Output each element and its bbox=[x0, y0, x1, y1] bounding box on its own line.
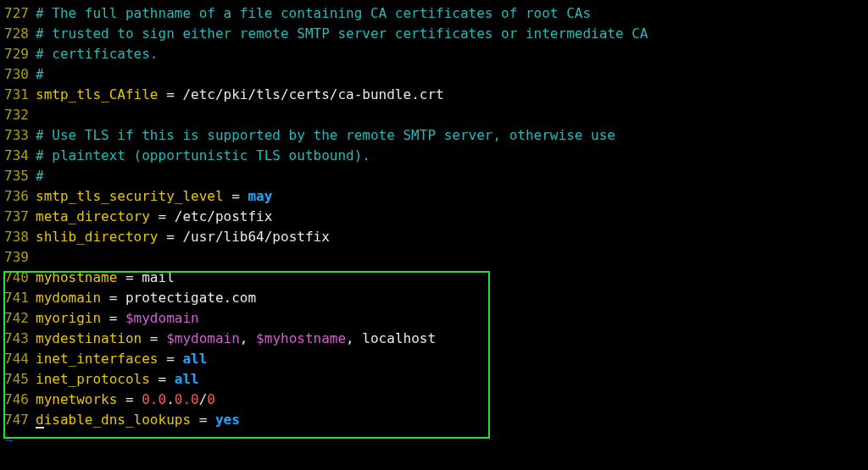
token: meta_directory bbox=[36, 208, 150, 224]
line-content[interactable]: # plaintext (opportunistic TLS outbound)… bbox=[36, 146, 868, 166]
code-line[interactable]: 731smtp_tls_CAfile = /etc/pki/tls/certs/… bbox=[0, 85, 868, 105]
line-number: 739 bbox=[0, 247, 36, 268]
line-content[interactable]: # The full pathname of a file containing… bbox=[36, 3, 868, 24]
code-line[interactable]: 736smtp_tls_security_level = may bbox=[0, 186, 868, 207]
token: = bbox=[191, 412, 215, 428]
line-number: 744 bbox=[0, 349, 36, 369]
token: shlib_directory bbox=[36, 229, 159, 245]
token: / bbox=[199, 391, 208, 407]
token: = bbox=[159, 351, 183, 367]
code-line[interactable]: 728# trusted to sign either remote SMTP … bbox=[0, 24, 868, 44]
token: inet_interfaces bbox=[36, 351, 159, 367]
token: = bbox=[142, 330, 166, 346]
token: /etc/postfix bbox=[175, 208, 273, 224]
line-number: 747 bbox=[0, 410, 36, 430]
code-line[interactable]: 730# bbox=[0, 64, 868, 85]
token: myhostname bbox=[36, 269, 117, 285]
code-line[interactable]: 743mydestination = $mydomain, $myhostnam… bbox=[0, 329, 868, 349]
line-number: 745 bbox=[0, 369, 36, 390]
token: protectigate.com bbox=[125, 290, 256, 306]
line-number: 737 bbox=[0, 207, 36, 227]
code-line[interactable]: 737meta_directory = /etc/postfix bbox=[0, 207, 868, 227]
code-line[interactable]: 744inet_interfaces = all bbox=[0, 349, 868, 369]
line-number: 729 bbox=[0, 44, 36, 64]
code-line[interactable]: 740myhostname = mail bbox=[0, 268, 868, 288]
code-line[interactable]: 747disable_dns_lookups = yes bbox=[0, 410, 868, 430]
line-content[interactable]: mynetworks = 0.0.0.0/0 bbox=[36, 390, 868, 410]
code-line[interactable]: 746mynetworks = 0.0.0.0/0 bbox=[0, 390, 868, 410]
line-number: 732 bbox=[0, 105, 36, 125]
token: yes bbox=[215, 412, 240, 428]
token: $mydomain bbox=[166, 330, 240, 346]
token: , localhost bbox=[346, 330, 436, 346]
token: /etc/pki/tls/certs/ca-bundle.crt bbox=[182, 86, 443, 102]
line-content[interactable]: # trusted to sign either remote SMTP ser… bbox=[36, 24, 868, 44]
line-number: 731 bbox=[0, 85, 36, 105]
token: # certificates. bbox=[36, 46, 159, 62]
token: $mydomain bbox=[125, 310, 199, 326]
token: all bbox=[175, 371, 199, 387]
code-line[interactable]: 732 bbox=[0, 105, 868, 125]
line-number: 733 bbox=[0, 125, 36, 146]
line-number: 740 bbox=[0, 268, 36, 288]
code-line[interactable]: 734# plaintext (opportunistic TLS outbou… bbox=[0, 146, 868, 166]
code-line[interactable]: 738shlib_directory = /usr/lib64/postfix bbox=[0, 227, 868, 247]
token: # The full pathname of a file containing… bbox=[36, 5, 591, 21]
token: $myhostname bbox=[256, 330, 346, 346]
token: = bbox=[150, 208, 175, 224]
line-content[interactable]: smtp_tls_CAfile = /etc/pki/tls/certs/ca-… bbox=[36, 85, 868, 105]
token: 0.0 bbox=[142, 391, 166, 407]
code-line[interactable]: 742myorigin = $mydomain bbox=[0, 308, 868, 329]
code-line[interactable]: 729# certificates. bbox=[0, 44, 868, 64]
token: smtp_tls_CAfile bbox=[36, 86, 159, 102]
code-lines: 727# The full pathname of a file contain… bbox=[0, 3, 868, 430]
code-line[interactable]: 735# bbox=[0, 166, 868, 186]
line-content[interactable] bbox=[36, 105, 868, 125]
token: = bbox=[159, 229, 183, 245]
token: = bbox=[117, 391, 142, 407]
line-number: 746 bbox=[0, 390, 36, 410]
line-content[interactable]: # bbox=[36, 166, 868, 186]
token: may bbox=[248, 188, 272, 204]
token: # Use TLS if this is supported by the re… bbox=[36, 127, 615, 143]
token: = bbox=[159, 86, 183, 102]
token: inet_protocols bbox=[36, 371, 150, 387]
token: # bbox=[36, 66, 44, 82]
line-content[interactable]: # Use TLS if this is supported by the re… bbox=[36, 125, 868, 146]
editor-viewport[interactable]: 727# The full pathname of a file contain… bbox=[0, 3, 868, 451]
token: = bbox=[224, 188, 248, 204]
code-line[interactable]: 727# The full pathname of a file contain… bbox=[0, 3, 868, 24]
token: isable_dns_lookups bbox=[44, 412, 191, 428]
token: , bbox=[240, 330, 256, 346]
line-number: 742 bbox=[0, 308, 36, 329]
token: # plaintext (opportunistic TLS outbound)… bbox=[36, 147, 370, 163]
token: mynetworks bbox=[36, 391, 117, 407]
token: . bbox=[166, 391, 175, 407]
line-content[interactable]: disable_dns_lookups = yes bbox=[36, 410, 868, 430]
line-content[interactable]: inet_protocols = all bbox=[36, 369, 868, 390]
line-content[interactable]: # certificates. bbox=[36, 44, 868, 64]
line-number: 741 bbox=[0, 288, 36, 308]
line-content[interactable]: mydestination = $mydomain, $myhostname, … bbox=[36, 329, 868, 349]
line-content[interactable]: myhostname = mail bbox=[36, 268, 868, 288]
code-line[interactable]: 741mydomain = protectigate.com bbox=[0, 288, 868, 308]
line-content[interactable]: # bbox=[36, 64, 868, 85]
token: mydestination bbox=[36, 330, 142, 346]
code-line[interactable]: 745inet_protocols = all bbox=[0, 369, 868, 390]
code-line[interactable]: 739 bbox=[0, 247, 868, 268]
line-number: 734 bbox=[0, 146, 36, 166]
end-of-buffer-tilde: ~ bbox=[0, 430, 868, 451]
line-content[interactable]: mydomain = protectigate.com bbox=[36, 288, 868, 308]
line-content[interactable]: shlib_directory = /usr/lib64/postfix bbox=[36, 227, 868, 247]
line-content[interactable]: myorigin = $mydomain bbox=[36, 308, 868, 329]
code-line[interactable]: 733# Use TLS if this is supported by the… bbox=[0, 125, 868, 146]
token: = bbox=[101, 290, 125, 306]
line-content[interactable]: meta_directory = /etc/postfix bbox=[36, 207, 868, 227]
line-content[interactable]: inet_interfaces = all bbox=[36, 349, 868, 369]
line-content[interactable]: smtp_tls_security_level = may bbox=[36, 186, 868, 207]
line-number: 728 bbox=[0, 24, 36, 44]
token: = bbox=[117, 269, 142, 285]
token: # trusted to sign either remote SMTP ser… bbox=[36, 25, 648, 41]
line-content[interactable] bbox=[36, 247, 868, 268]
token: 0.0 bbox=[175, 391, 199, 407]
